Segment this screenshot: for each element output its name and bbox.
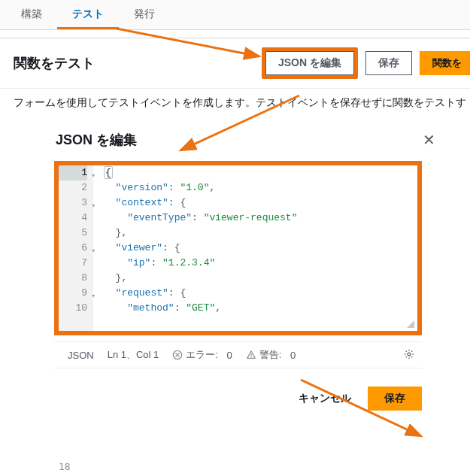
settings-button[interactable] bbox=[404, 349, 414, 362]
tab-build[interactable]: 構築 bbox=[6, 0, 57, 29]
editor-statusbar: JSON Ln 1、Col 1 エラー: 0 警告: 0 bbox=[54, 341, 422, 368]
status-language: JSON bbox=[68, 350, 94, 361]
modal-save-button[interactable]: 保存 bbox=[368, 387, 422, 411]
background-line-number: 18 bbox=[59, 461, 71, 472]
editor-code[interactable]: { "version": "1.0", "context": { "eventT… bbox=[93, 165, 417, 331]
svg-point-4 bbox=[250, 356, 251, 357]
save-button[interactable]: 保存 bbox=[365, 51, 412, 75]
svg-line-13 bbox=[411, 350, 412, 351]
panel-description: フォームを使用してテストイベントを作成します。テストイベントを保存せずに関数をテ… bbox=[0, 96, 470, 120]
svg-line-12 bbox=[406, 356, 407, 357]
test-panel: 関数をテスト JSON を編集 保存 関数を フォームを使用してテストイベントを… bbox=[0, 38, 470, 120]
editor-gutter: 1▾ 2 3▾ 4 5 6▾ 7 8 9▾ 10 bbox=[59, 165, 93, 331]
json-editor[interactable]: 1▾ 2 3▾ 4 5 6▾ 7 8 9▾ 10 { "version": "1… bbox=[59, 165, 417, 331]
edit-json-button[interactable]: JSON を編集 bbox=[265, 51, 354, 75]
modal-title: JSON を編集 bbox=[44, 129, 418, 150]
resize-handle-icon[interactable] bbox=[407, 320, 414, 328]
status-warnings: 警告: 0 bbox=[246, 348, 296, 362]
tab-publish[interactable]: 発行 bbox=[119, 0, 170, 29]
tabs: 構築 テスト 発行 bbox=[0, 0, 470, 30]
svg-line-10 bbox=[406, 350, 407, 351]
svg-line-11 bbox=[411, 356, 412, 357]
cancel-button[interactable]: キャンセル bbox=[290, 387, 360, 410]
panel-title: 関数をテスト bbox=[14, 54, 262, 72]
edit-json-modal: JSON を編集 ✕ 1▾ 2 3▾ 4 5 6▾ 7 8 9▾ 10 { "v… bbox=[44, 129, 447, 411]
test-function-button[interactable]: 関数を bbox=[420, 51, 470, 75]
status-cursor-position: Ln 1、Col 1 bbox=[108, 348, 159, 362]
tab-test[interactable]: テスト bbox=[57, 0, 119, 29]
gear-icon bbox=[404, 349, 414, 359]
close-icon[interactable]: ✕ bbox=[418, 129, 440, 150]
error-icon bbox=[172, 350, 183, 360]
warning-icon bbox=[246, 350, 256, 360]
editor-highlight: 1▾ 2 3▾ 4 5 6▾ 7 8 9▾ 10 { "version": "1… bbox=[54, 161, 422, 335]
svg-point-5 bbox=[408, 353, 411, 356]
edit-json-highlight: JSON を編集 bbox=[262, 47, 358, 79]
status-errors: エラー: 0 bbox=[172, 348, 232, 362]
